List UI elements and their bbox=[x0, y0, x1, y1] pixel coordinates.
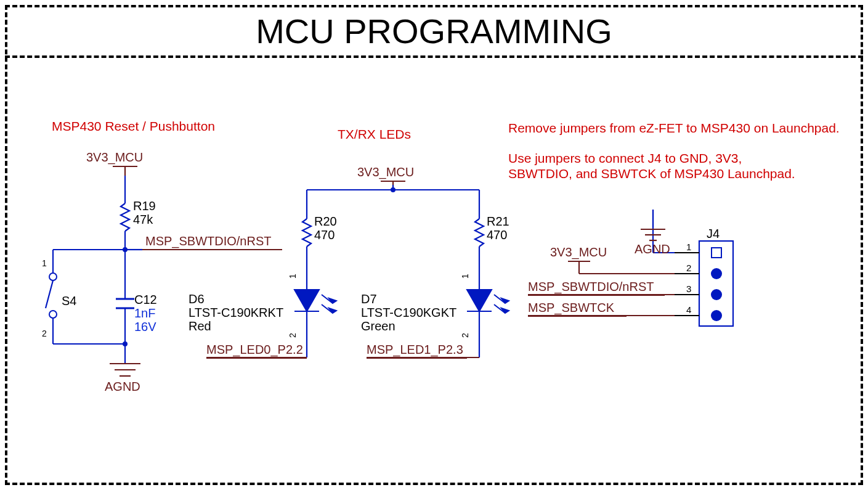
ground-label-conn: AGND bbox=[635, 242, 670, 256]
svg-point-60 bbox=[711, 289, 722, 300]
svg-text:2: 2 bbox=[686, 263, 691, 273]
label-j4-ref: J4 bbox=[707, 227, 720, 240]
svg-point-59 bbox=[711, 268, 722, 279]
schematic-connector-block: 1 2 3 4 bbox=[0, 0, 868, 490]
netlabel-sbwtck: MSP_SBWTCK bbox=[528, 301, 627, 315]
svg-text:1: 1 bbox=[686, 242, 691, 252]
component-j4: 1 2 3 4 bbox=[675, 241, 733, 326]
netlabel-sbwtdio-conn: MSP_SBWTDIO/nRST bbox=[528, 280, 665, 294]
power-3v3-conn bbox=[568, 261, 590, 274]
svg-point-61 bbox=[711, 310, 722, 321]
svg-text:3: 3 bbox=[686, 284, 691, 294]
svg-rect-58 bbox=[712, 248, 721, 258]
power-label-3v3-conn: 3V3_MCU bbox=[550, 245, 607, 259]
svg-text:4: 4 bbox=[686, 304, 691, 315]
